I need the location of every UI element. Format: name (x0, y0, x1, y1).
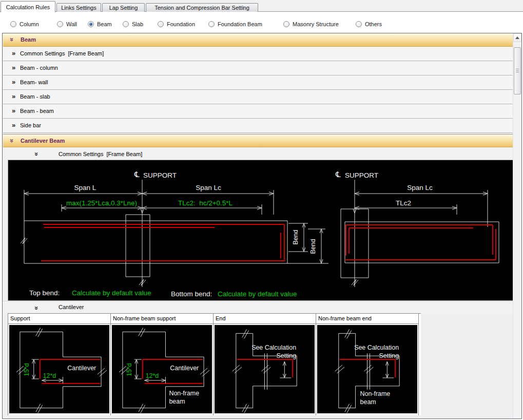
tab-label: Tension and Compression Bar Setting (154, 5, 249, 11)
see-calculation-label-line2: Setting (379, 352, 399, 359)
radio-label: Beam (97, 21, 112, 27)
chevron-right-icon: » (12, 79, 15, 86)
row-cantilever-common-settings[interactable]: » Common Settings [Frame Beam] (3, 147, 513, 160)
row-label: Common Settings [Frame Beam] (20, 50, 104, 56)
span-lc-dimension-right (355, 190, 488, 227)
radio-beam[interactable]: Beam (88, 21, 112, 28)
radio-circle-icon (57, 21, 63, 27)
row-beam-column[interactable]: » Beam - column (3, 61, 513, 75)
bend-label-top: Bend (292, 230, 299, 244)
see-calculation-label-line1: See Calculation (251, 344, 296, 351)
chevron-right-icon: » (12, 122, 15, 129)
column-header-end: End (214, 314, 316, 324)
radio-wall[interactable]: Wall (57, 21, 77, 28)
chevron-right-icon: » (12, 64, 15, 71)
dim-15d-line (32, 359, 39, 379)
non-frame-label-line1: Non-frame (360, 390, 391, 397)
see-calculation-label-line2: Setting (276, 352, 296, 359)
top-bend-label: Top bend: (29, 289, 60, 297)
bend-dimension-line (382, 361, 394, 378)
row-label: Side bar (20, 122, 41, 128)
panel-support: 15*d 12*d Cantilever (8, 324, 111, 415)
chevron-down-icon: » (33, 152, 40, 156)
chevron-down-icon: » (33, 306, 40, 310)
radio-column[interactable]: Column (10, 21, 39, 28)
panel-end: See Calculation Setting (214, 324, 316, 415)
bend-label-bottom: Bend (309, 239, 317, 254)
row-beam-slab[interactable]: » Beam - slab (3, 90, 513, 104)
row-common-settings-frame-beam[interactable]: » Common Settings [Frame Beam] (3, 47, 513, 61)
row-beam-beam[interactable]: » Beam - beam (3, 104, 513, 119)
radio-slab[interactable]: Slab (123, 21, 143, 28)
radio-label: Wall (66, 21, 77, 27)
radio-circle-icon (123, 21, 129, 27)
row-label: Beam - beam (20, 108, 54, 114)
span-dimension-line (24, 192, 274, 195)
row-label: Beam - slab (20, 93, 50, 100)
radio-label: Slab (132, 21, 143, 27)
row-label: Beam- wall (20, 79, 48, 85)
support-label-left: SUPPORT (143, 171, 177, 179)
scrollbar-thumb[interactable] (514, 47, 521, 94)
cantilever-label: Cantilever (170, 365, 199, 372)
non-frame-label-line2: beam (360, 398, 376, 406)
radio-circle-icon (283, 21, 289, 27)
rebar-left (41, 224, 285, 261)
radio-circle-icon (10, 21, 16, 27)
dim-12d-label: 12*d (43, 372, 56, 379)
section-title: Beam (21, 36, 36, 43)
radio-label: Foundation (167, 21, 195, 27)
tab-tension-compression-bar-setting[interactable]: Tension and Compression Bar Setting (146, 3, 258, 12)
non-frame-label-line1: Non-frame (169, 390, 199, 397)
scrollbar-up-button[interactable] (513, 33, 521, 42)
tlc2-label: TLc2 (396, 199, 411, 207)
centerline-symbol-right: ℄ (335, 170, 341, 179)
row-cantilever[interactable]: » Cantilever (3, 301, 513, 313)
end-diagram-svg: See Calculation Setting (215, 325, 315, 413)
dim-15d-label: 15*d (23, 363, 30, 376)
dim-15d-line (134, 359, 142, 379)
tab-label: Links Settings (61, 5, 96, 11)
bend-dimension-line (280, 361, 291, 378)
support-diagram-svg: 15*d 12*d Cantilever (9, 325, 109, 413)
vertical-scrollbar[interactable] (513, 33, 521, 418)
radio-foundation-beam[interactable]: Foundation Beam (208, 21, 262, 28)
break-marks (233, 329, 271, 413)
formula-tlc2-label: TLc2: hc/2+0.5*L (178, 199, 233, 207)
row-label: Beam - column (20, 65, 58, 71)
radio-masonry-structure[interactable]: Masonry Structure (283, 21, 339, 28)
cantilever-common-settings-diagram: ℄ SUPPORT Span L Span Lc max(1.25*Lca,0.… (8, 160, 513, 301)
radio-label: Foundation Beam (218, 21, 262, 27)
top-bend-value: Calculate by default value (72, 289, 151, 297)
section-header-beam[interactable]: » Beam (3, 33, 513, 47)
non-frame-beam-end-diagram-svg: See Calculation Setting Non-frame beam (317, 325, 417, 413)
column-header-non-frame-beam-end: Non-frame beam end (316, 314, 419, 324)
section-header-cantilever-beam[interactable]: » Cantilever Beam (3, 134, 513, 147)
panel-non-frame-beam-end: See Calculation Setting Non-frame beam (316, 324, 419, 415)
chevron-right-icon: » (12, 93, 15, 100)
radio-foundation[interactable]: Foundation (158, 21, 195, 28)
rebar-right (345, 225, 496, 260)
tab-links-settings[interactable]: Links Settings (56, 3, 101, 12)
tab-label: Lap Setting (109, 5, 138, 11)
chevron-down-icon: » (8, 139, 16, 142)
radio-others[interactable]: Others (356, 21, 382, 28)
chevron-down-icon: » (8, 37, 16, 41)
chevron-right-icon: » (12, 107, 15, 114)
formula-max-label: max(1.25*Lca,0.3*Lne) (66, 199, 137, 207)
row-label: Cantilever (59, 304, 84, 310)
support-label-right: SUPPORT (345, 171, 378, 179)
row-beam-wall[interactable]: » Beam- wall (3, 75, 513, 90)
radio-label: Others (365, 21, 382, 27)
span-lc-label-left: Span Lc (196, 184, 221, 192)
non-frame-beam-support-diagram-svg: 15*d 12*d Cantilever Non-frame beam (112, 325, 212, 413)
tab-lap-setting[interactable]: Lap Setting (102, 3, 145, 12)
tab-calculation-rules[interactable]: Calculation Rules (1, 1, 55, 12)
row-side-bar[interactable]: » Side bar (3, 119, 513, 133)
bottom-bend-label: Bottom bend: (171, 290, 212, 298)
cantilever-detail-table: Support Non-frame beam support End Non-f… (8, 313, 421, 415)
beam-diagram-svg: ℄ SUPPORT Span L Span Lc max(1.25*Lca,0.… (8, 160, 513, 300)
radio-label: Column (20, 21, 39, 27)
span-lc-label-right: Span Lc (407, 184, 433, 192)
column-header-non-frame-beam-support: Non-frame beam support (111, 314, 214, 324)
